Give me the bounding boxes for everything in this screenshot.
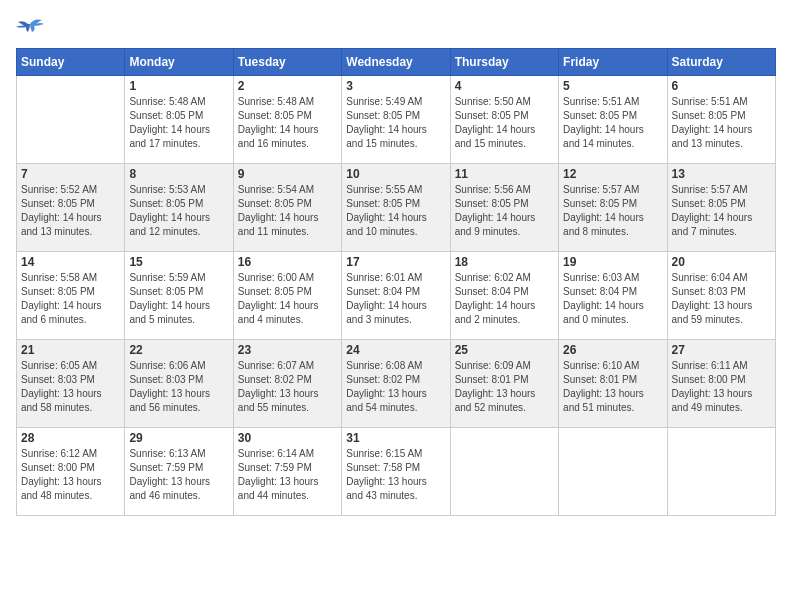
- day-number: 11: [455, 167, 554, 181]
- day-info: Sunrise: 6:08 AMSunset: 8:02 PMDaylight:…: [346, 359, 445, 415]
- calendar-day-cell: 11Sunrise: 5:56 AMSunset: 8:05 PMDayligh…: [450, 164, 558, 252]
- calendar-week-row: 7Sunrise: 5:52 AMSunset: 8:05 PMDaylight…: [17, 164, 776, 252]
- calendar-day-cell: 15Sunrise: 5:59 AMSunset: 8:05 PMDayligh…: [125, 252, 233, 340]
- day-info: Sunrise: 5:54 AMSunset: 8:05 PMDaylight:…: [238, 183, 337, 239]
- day-info: Sunrise: 6:06 AMSunset: 8:03 PMDaylight:…: [129, 359, 228, 415]
- calendar-day-cell: 4Sunrise: 5:50 AMSunset: 8:05 PMDaylight…: [450, 76, 558, 164]
- day-info: Sunrise: 6:10 AMSunset: 8:01 PMDaylight:…: [563, 359, 662, 415]
- calendar-day-cell: 20Sunrise: 6:04 AMSunset: 8:03 PMDayligh…: [667, 252, 775, 340]
- day-number: 23: [238, 343, 337, 357]
- day-info: Sunrise: 5:52 AMSunset: 8:05 PMDaylight:…: [21, 183, 120, 239]
- day-of-week-header: Saturday: [667, 49, 775, 76]
- day-number: 1: [129, 79, 228, 93]
- day-number: 17: [346, 255, 445, 269]
- day-info: Sunrise: 6:07 AMSunset: 8:02 PMDaylight:…: [238, 359, 337, 415]
- day-info: Sunrise: 5:51 AMSunset: 8:05 PMDaylight:…: [563, 95, 662, 151]
- day-info: Sunrise: 5:55 AMSunset: 8:05 PMDaylight:…: [346, 183, 445, 239]
- day-number: 26: [563, 343, 662, 357]
- logo: [16, 16, 48, 38]
- day-info: Sunrise: 6:12 AMSunset: 8:00 PMDaylight:…: [21, 447, 120, 503]
- day-info: Sunrise: 5:51 AMSunset: 8:05 PMDaylight:…: [672, 95, 771, 151]
- calendar-day-cell: 17Sunrise: 6:01 AMSunset: 8:04 PMDayligh…: [342, 252, 450, 340]
- calendar-day-cell: 14Sunrise: 5:58 AMSunset: 8:05 PMDayligh…: [17, 252, 125, 340]
- day-number: 20: [672, 255, 771, 269]
- calendar-day-cell: 3Sunrise: 5:49 AMSunset: 8:05 PMDaylight…: [342, 76, 450, 164]
- day-info: Sunrise: 6:09 AMSunset: 8:01 PMDaylight:…: [455, 359, 554, 415]
- calendar-day-cell: 6Sunrise: 5:51 AMSunset: 8:05 PMDaylight…: [667, 76, 775, 164]
- logo-bird-icon: [16, 16, 44, 38]
- page-header: [16, 16, 776, 38]
- calendar-week-row: 28Sunrise: 6:12 AMSunset: 8:00 PMDayligh…: [17, 428, 776, 516]
- day-info: Sunrise: 5:58 AMSunset: 8:05 PMDaylight:…: [21, 271, 120, 327]
- calendar-day-cell: 8Sunrise: 5:53 AMSunset: 8:05 PMDaylight…: [125, 164, 233, 252]
- calendar-day-cell: 28Sunrise: 6:12 AMSunset: 8:00 PMDayligh…: [17, 428, 125, 516]
- day-number: 9: [238, 167, 337, 181]
- calendar-day-cell: 29Sunrise: 6:13 AMSunset: 7:59 PMDayligh…: [125, 428, 233, 516]
- calendar-day-cell: 9Sunrise: 5:54 AMSunset: 8:05 PMDaylight…: [233, 164, 341, 252]
- day-info: Sunrise: 5:53 AMSunset: 8:05 PMDaylight:…: [129, 183, 228, 239]
- day-info: Sunrise: 5:57 AMSunset: 8:05 PMDaylight:…: [672, 183, 771, 239]
- calendar-day-cell: 30Sunrise: 6:14 AMSunset: 7:59 PMDayligh…: [233, 428, 341, 516]
- calendar-week-row: 1Sunrise: 5:48 AMSunset: 8:05 PMDaylight…: [17, 76, 776, 164]
- calendar-week-row: 21Sunrise: 6:05 AMSunset: 8:03 PMDayligh…: [17, 340, 776, 428]
- calendar-week-row: 14Sunrise: 5:58 AMSunset: 8:05 PMDayligh…: [17, 252, 776, 340]
- day-number: 29: [129, 431, 228, 445]
- day-number: 19: [563, 255, 662, 269]
- calendar-day-cell: 25Sunrise: 6:09 AMSunset: 8:01 PMDayligh…: [450, 340, 558, 428]
- calendar-day-cell: 5Sunrise: 5:51 AMSunset: 8:05 PMDaylight…: [559, 76, 667, 164]
- day-info: Sunrise: 6:15 AMSunset: 7:58 PMDaylight:…: [346, 447, 445, 503]
- day-of-week-header: Thursday: [450, 49, 558, 76]
- day-number: 14: [21, 255, 120, 269]
- day-number: 12: [563, 167, 662, 181]
- calendar-day-cell: 23Sunrise: 6:07 AMSunset: 8:02 PMDayligh…: [233, 340, 341, 428]
- day-info: Sunrise: 6:11 AMSunset: 8:00 PMDaylight:…: [672, 359, 771, 415]
- day-number: 16: [238, 255, 337, 269]
- day-info: Sunrise: 6:00 AMSunset: 8:05 PMDaylight:…: [238, 271, 337, 327]
- day-number: 28: [21, 431, 120, 445]
- day-number: 3: [346, 79, 445, 93]
- calendar-day-cell: 2Sunrise: 5:48 AMSunset: 8:05 PMDaylight…: [233, 76, 341, 164]
- day-of-week-header: Tuesday: [233, 49, 341, 76]
- day-number: 10: [346, 167, 445, 181]
- day-number: 30: [238, 431, 337, 445]
- calendar-day-cell: 12Sunrise: 5:57 AMSunset: 8:05 PMDayligh…: [559, 164, 667, 252]
- day-number: 24: [346, 343, 445, 357]
- day-number: 4: [455, 79, 554, 93]
- day-of-week-header: Monday: [125, 49, 233, 76]
- day-number: 18: [455, 255, 554, 269]
- calendar-day-cell: [17, 76, 125, 164]
- calendar-day-cell: 19Sunrise: 6:03 AMSunset: 8:04 PMDayligh…: [559, 252, 667, 340]
- calendar-day-cell: 7Sunrise: 5:52 AMSunset: 8:05 PMDaylight…: [17, 164, 125, 252]
- day-of-week-header: Friday: [559, 49, 667, 76]
- day-number: 5: [563, 79, 662, 93]
- day-info: Sunrise: 5:50 AMSunset: 8:05 PMDaylight:…: [455, 95, 554, 151]
- day-info: Sunrise: 5:59 AMSunset: 8:05 PMDaylight:…: [129, 271, 228, 327]
- day-info: Sunrise: 6:03 AMSunset: 8:04 PMDaylight:…: [563, 271, 662, 327]
- calendar-day-cell: 22Sunrise: 6:06 AMSunset: 8:03 PMDayligh…: [125, 340, 233, 428]
- day-number: 15: [129, 255, 228, 269]
- calendar-day-cell: [667, 428, 775, 516]
- calendar-day-cell: [559, 428, 667, 516]
- calendar-day-cell: 10Sunrise: 5:55 AMSunset: 8:05 PMDayligh…: [342, 164, 450, 252]
- day-info: Sunrise: 6:13 AMSunset: 7:59 PMDaylight:…: [129, 447, 228, 503]
- calendar-day-cell: 1Sunrise: 5:48 AMSunset: 8:05 PMDaylight…: [125, 76, 233, 164]
- calendar-table: SundayMondayTuesdayWednesdayThursdayFrid…: [16, 48, 776, 516]
- calendar-day-cell: 21Sunrise: 6:05 AMSunset: 8:03 PMDayligh…: [17, 340, 125, 428]
- day-info: Sunrise: 6:01 AMSunset: 8:04 PMDaylight:…: [346, 271, 445, 327]
- day-of-week-header: Sunday: [17, 49, 125, 76]
- day-info: Sunrise: 5:48 AMSunset: 8:05 PMDaylight:…: [129, 95, 228, 151]
- day-number: 25: [455, 343, 554, 357]
- calendar-day-cell: 24Sunrise: 6:08 AMSunset: 8:02 PMDayligh…: [342, 340, 450, 428]
- day-info: Sunrise: 6:05 AMSunset: 8:03 PMDaylight:…: [21, 359, 120, 415]
- day-info: Sunrise: 6:02 AMSunset: 8:04 PMDaylight:…: [455, 271, 554, 327]
- calendar-day-cell: 31Sunrise: 6:15 AMSunset: 7:58 PMDayligh…: [342, 428, 450, 516]
- day-info: Sunrise: 5:57 AMSunset: 8:05 PMDaylight:…: [563, 183, 662, 239]
- calendar-day-cell: 18Sunrise: 6:02 AMSunset: 8:04 PMDayligh…: [450, 252, 558, 340]
- day-number: 31: [346, 431, 445, 445]
- day-number: 8: [129, 167, 228, 181]
- day-number: 21: [21, 343, 120, 357]
- day-number: 13: [672, 167, 771, 181]
- calendar-day-cell: [450, 428, 558, 516]
- day-number: 2: [238, 79, 337, 93]
- calendar-header-row: SundayMondayTuesdayWednesdayThursdayFrid…: [17, 49, 776, 76]
